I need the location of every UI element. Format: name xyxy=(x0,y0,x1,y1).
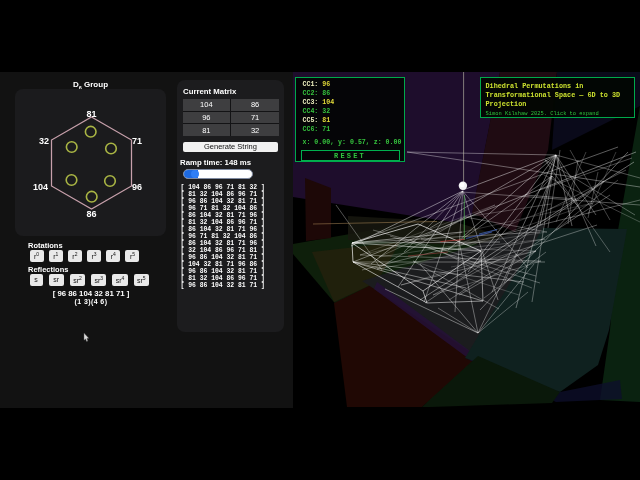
svg-text:71: 71 xyxy=(132,136,142,146)
svg-text:96: 96 xyxy=(132,182,142,192)
svg-text:32: 32 xyxy=(39,136,49,146)
svg-text:104: 104 xyxy=(33,182,48,192)
svg-text:86: 86 xyxy=(86,209,96,219)
svg-text:81: 81 xyxy=(86,109,96,119)
